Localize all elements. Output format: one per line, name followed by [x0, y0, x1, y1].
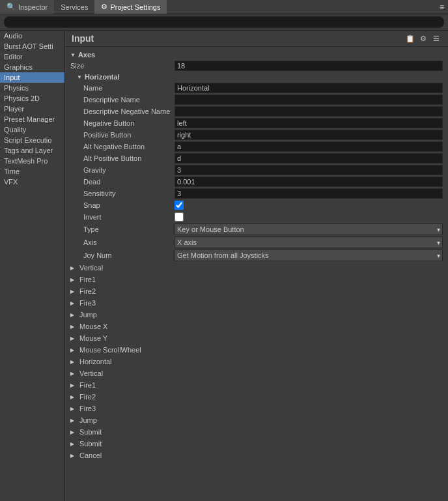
page-title: Input	[72, 33, 405, 44]
prop-label: Gravity	[83, 166, 175, 174]
sidebar-item-quality[interactable]: Quality	[0, 124, 64, 135]
tab-inspector-label: Inspector	[18, 3, 48, 11]
prop-row-alt-negative-button: Alt Negative Button	[65, 141, 448, 152]
axis-item-fire2[interactable]: ▶Fire2	[65, 391, 448, 403]
size-input[interactable]	[175, 61, 443, 71]
axis-item-fire1[interactable]: ▶Fire1	[65, 379, 448, 391]
prop-input[interactable]	[175, 141, 443, 152]
axis-item-label: Fire2	[79, 287, 96, 295]
axis-item-label: Mouse Y	[79, 334, 107, 342]
settings-icon-btn[interactable]: ⚙	[418, 33, 428, 44]
axis-item-label: Jump	[79, 416, 97, 424]
tab-inspector[interactable]: 🔍 Inspector	[0, 0, 54, 14]
sidebar-item-textmesh-pro[interactable]: TextMesh Pro	[0, 156, 64, 166]
prop-row-invert: Invert	[65, 211, 448, 223]
prop-label: Snap	[83, 201, 175, 209]
axis-collapse-triangle: ▶	[70, 312, 74, 318]
tab-bar-menu[interactable]: ≡	[440, 3, 448, 12]
axis-item-label: Submit	[79, 440, 102, 448]
prop-input[interactable]	[175, 188, 443, 199]
axis-item-vertical[interactable]: ▶Vertical	[65, 262, 448, 274]
axis-item-label: Submit	[79, 428, 102, 436]
horizontal-label: Horizontal	[85, 73, 120, 81]
tab-bar: 🔍 Inspector Services ⚙ Project Settings …	[0, 0, 448, 14]
axis-item-mouse-x[interactable]: ▶Mouse X	[65, 321, 448, 332]
prop-select[interactable]: X axisY axis3rd axis4th axis	[175, 236, 443, 248]
settings-icon: ⚙	[101, 3, 107, 11]
sidebar-item-editor[interactable]: Editor	[0, 51, 64, 62]
sidebar-item-physics-2d[interactable]: Physics 2D	[0, 93, 64, 104]
prop-row-sensitivity: Sensitivity	[65, 188, 448, 199]
prop-input[interactable]	[175, 177, 443, 187]
prop-label: Invert	[83, 213, 175, 221]
prop-label: Sensitivity	[83, 190, 175, 197]
axis-collapse-triangle: ▶	[70, 359, 74, 365]
prop-input[interactable]	[175, 118, 443, 128]
prop-row-snap: Snap	[65, 199, 448, 211]
axis-item-vertical[interactable]: ▶Vertical	[65, 367, 448, 379]
sidebar-item-vfx[interactable]: VFX	[0, 177, 64, 187]
axis-item-submit[interactable]: ▶Submit	[65, 426, 448, 438]
axis-collapse-triangle: ▶	[70, 453, 74, 459]
sidebar-item-tags-and-layer[interactable]: Tags and Layer	[0, 145, 64, 156]
prop-input[interactable]	[175, 94, 443, 105]
prop-input[interactable]	[175, 106, 443, 117]
prop-row-negative-button: Negative Button	[65, 117, 448, 129]
axis-item-horizontal[interactable]: ▶Horizontal	[65, 356, 448, 367]
prop-checkbox[interactable]	[175, 201, 184, 210]
tab-project-settings[interactable]: ⚙ Project Settings	[94, 0, 167, 14]
sidebar-item-audio[interactable]: Audio	[0, 31, 64, 41]
sidebar-item-script-executio[interactable]: Script Executio	[0, 135, 64, 145]
axis-collapse-triangle: ▶	[70, 277, 74, 283]
properties-container: ▼ Axes Size ▼ Horizontal NameDescriptive…	[65, 47, 448, 464]
prop-input[interactable]	[175, 165, 443, 175]
copy-icon[interactable]: 📋	[405, 33, 415, 44]
axis-item-fire2[interactable]: ▶Fire2	[65, 285, 448, 297]
sidebar-item-graphics[interactable]: Graphics	[0, 62, 64, 72]
axis-item-submit[interactable]: ▶Submit	[65, 438, 448, 450]
prop-select[interactable]: Key or Mouse ButtonMouse MovementJoystic…	[175, 223, 443, 235]
tab-services[interactable]: Services	[54, 0, 94, 14]
prop-label: Dead	[83, 178, 175, 186]
prop-select[interactable]: Get Motion from all JoysticksJoystick 1J…	[175, 250, 443, 261]
prop-label: Descriptive Name	[83, 96, 175, 104]
axis-item-label: Mouse X	[79, 322, 107, 330]
axis-item-fire1[interactable]: ▶Fire1	[65, 274, 448, 285]
prop-row-descriptive-name: Descriptive Name	[65, 94, 448, 106]
axis-item-jump[interactable]: ▶Jump	[65, 414, 448, 426]
prop-label: Descriptive Negative Name	[83, 107, 175, 115]
sidebar-item-burst-aot-setti[interactable]: Burst AOT Setti	[0, 41, 64, 51]
axis-item-label: Jump	[79, 311, 97, 319]
axis-collapse-triangle: ▶	[70, 347, 74, 353]
axis-item-jump[interactable]: ▶Jump	[65, 309, 448, 321]
axis-collapse-triangle: ▶	[70, 418, 74, 423]
prop-input[interactable]	[175, 83, 443, 93]
sidebar-item-preset-manager[interactable]: Preset Manager	[0, 114, 64, 124]
sidebar-item-player[interactable]: Player	[0, 104, 64, 114]
prop-label: Alt Negative Button	[83, 143, 175, 150]
menu-icon[interactable]: ☰	[431, 33, 441, 44]
tab-project-settings-label: Project Settings	[110, 3, 160, 11]
axis-collapse-triangle: ▶	[70, 371, 74, 377]
axis-item-fire3[interactable]: ▶Fire3	[65, 403, 448, 414]
axis-item-mouse-y[interactable]: ▶Mouse Y	[65, 332, 448, 344]
search-input[interactable]	[4, 16, 444, 28]
prop-input[interactable]	[175, 153, 443, 164]
prop-checkbox[interactable]	[175, 212, 184, 222]
content-area: Input 📋 ⚙ ☰ ▼ Axes Size ▼ Horizontal	[65, 31, 448, 501]
sidebar-item-physics[interactable]: Physics	[0, 83, 64, 93]
axis-item-cancel[interactable]: ▶Cancel	[65, 450, 448, 461]
axis-collapse-triangle: ▶	[70, 441, 74, 447]
axis-item-mouse-scrollwheel[interactable]: ▶Mouse ScrollWheel	[65, 344, 448, 356]
horizontal-section-header[interactable]: ▼ Horizontal	[65, 72, 448, 82]
axis-item-label: Vertical	[79, 264, 103, 272]
axis-item-label: Fire1	[79, 381, 96, 389]
prop-input[interactable]	[175, 130, 443, 140]
prop-row-dead: Dead	[65, 176, 448, 188]
axes-triangle: ▼	[70, 52, 76, 58]
prop-row-positive-button: Positive Button	[65, 129, 448, 141]
axis-item-fire3[interactable]: ▶Fire3	[65, 297, 448, 309]
sidebar-item-input[interactable]: Input	[0, 72, 64, 83]
sidebar-item-time[interactable]: Time	[0, 166, 64, 177]
axes-section-header[interactable]: ▼ Axes	[65, 50, 448, 60]
